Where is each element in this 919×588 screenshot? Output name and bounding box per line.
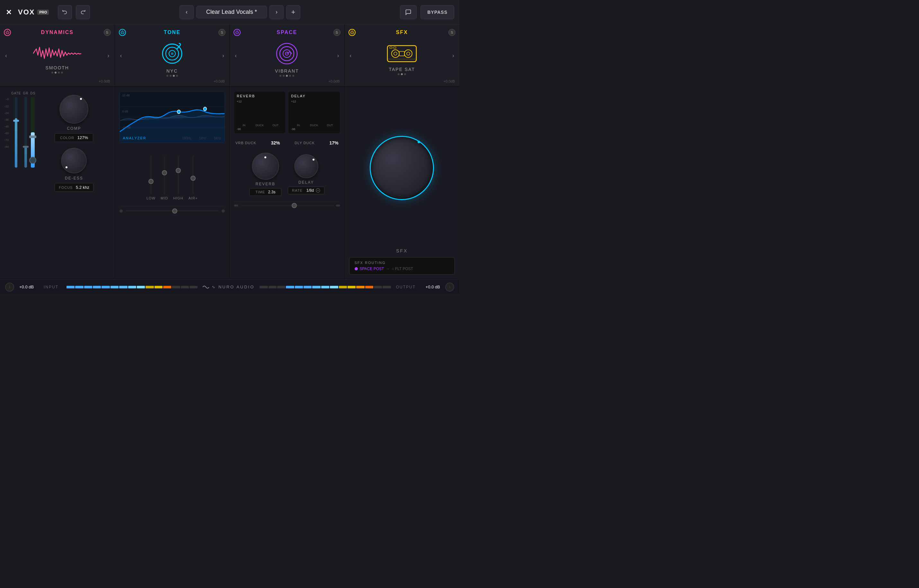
- next-preset-button[interactable]: ›: [270, 5, 284, 19]
- space-panel: REVERB +12 IN: [230, 87, 345, 279]
- space-next-button[interactable]: ›: [335, 50, 342, 61]
- svg-rect-14: [399, 52, 404, 56]
- reverb-out-col: OUT: [268, 122, 283, 127]
- reverb-duck-col: DUCK: [252, 122, 267, 127]
- bypass-button[interactable]: BYPASS: [420, 5, 454, 19]
- comment-button[interactable]: [400, 5, 417, 19]
- logo-area: ✕ VOX PRO: [5, 7, 49, 17]
- tone-power-button[interactable]: ⏻: [119, 29, 126, 36]
- preset-name-display[interactable]: Clear Lead Vocals *: [196, 6, 267, 18]
- add-preset-button[interactable]: +: [286, 5, 300, 19]
- de-ess-knob[interactable]: [61, 148, 87, 173]
- input-db-label: +0.0 dB: [19, 284, 39, 289]
- delay-meter-bars: IN DUCK: [291, 104, 337, 127]
- sfx-power-button[interactable]: ⏻: [349, 29, 355, 36]
- reverb-knob-label: REVERB: [256, 182, 275, 186]
- footer-brand: ∿ NURO AUDIO: [203, 284, 254, 289]
- dynamics-db-label: +0.0dB: [99, 79, 110, 83]
- gate-fader: GATE: [11, 92, 21, 168]
- svg-point-11: [394, 52, 397, 55]
- dly-duck-label: DLY DUCK: [294, 141, 315, 145]
- dynamics-panel: -0 -12 -24 -36 -48 -60 -72 -84 GATE G: [0, 87, 115, 279]
- sfx-routing-box: SFX ROUTING SPACE POST → ○ FLT POST: [349, 257, 455, 275]
- space-main-knobs: REVERB TIME 2.3s DELAY RATE 1/8d: [234, 153, 340, 196]
- dynamics-power-button[interactable]: ⏻: [4, 29, 11, 36]
- tone-s-button[interactable]: S: [218, 29, 226, 36]
- delay-knob[interactable]: [294, 154, 318, 178]
- sections-bottom-row: -0 -12 -24 -36 -48 -60 -72 -84 GATE G: [0, 87, 459, 279]
- space-prev-button[interactable]: ‹: [232, 50, 239, 61]
- space-io-slider: [234, 202, 340, 207]
- sfx-db-label: +0.0dB: [444, 79, 455, 83]
- high-label: HIGH: [173, 196, 183, 200]
- vrb-duck-value: 32%: [271, 141, 280, 145]
- color-value: 127%: [78, 135, 88, 140]
- air-fader-thumb[interactable]: [191, 176, 195, 181]
- svg-point-22: [204, 107, 207, 110]
- reverb-knob-col: REVERB TIME 2.3s: [249, 153, 281, 196]
- dynamics-prev-button[interactable]: ‹: [3, 50, 10, 61]
- space-end-left: [234, 205, 238, 207]
- nuro-audio-icon: [203, 285, 209, 289]
- focus-label: FOCUS: [59, 186, 73, 189]
- comp-knob[interactable]: [60, 95, 88, 124]
- analyzer-db-labels: 12 dB 0 dB -12 dB: [123, 94, 131, 129]
- tone-next-button[interactable]: ›: [220, 50, 227, 61]
- freq-label-3: 5kHz: [214, 136, 221, 140]
- color-label: COLOR: [60, 136, 74, 140]
- sfx-prev-button[interactable]: ‹: [347, 50, 354, 61]
- space-end-right: [336, 205, 340, 207]
- prev-preset-button[interactable]: ‹: [179, 5, 194, 19]
- gate-label: GATE: [11, 92, 21, 95]
- undo-button[interactable]: [58, 5, 72, 19]
- reverb-out-label: OUT: [272, 124, 278, 127]
- space-thumb[interactable]: [292, 203, 297, 208]
- high-fader: HIGH: [173, 156, 183, 200]
- routing-inactive-text: ○ FLT POST: [392, 267, 413, 271]
- space-power-button[interactable]: ⏻: [234, 29, 241, 36]
- tone-preset-icon: [159, 41, 185, 66]
- reverb-meter-bars: IN DUCK: [237, 104, 283, 127]
- input-meter-strip: [66, 286, 197, 289]
- space-s-button[interactable]: S: [333, 29, 341, 36]
- space-preset-name: VIBRANT: [275, 68, 299, 74]
- link-icon: [316, 188, 320, 193]
- dly-duck-value: 17%: [329, 141, 338, 145]
- time-label: TIME: [255, 190, 265, 194]
- svg-point-21: [177, 110, 180, 113]
- tone-input-thumb[interactable]: [172, 208, 177, 213]
- freq-label-2: 1kHz: [199, 136, 206, 140]
- space-reverb-icon: [274, 41, 300, 66]
- reverb-knob[interactable]: [252, 153, 279, 180]
- sfx-main-knob[interactable]: [370, 136, 434, 200]
- dynamics-s-button[interactable]: S: [104, 29, 111, 36]
- redo-button[interactable]: [76, 5, 90, 19]
- sfx-s-button[interactable]: S: [448, 29, 455, 36]
- de-ess-label: DE-ESS: [65, 176, 83, 181]
- svg-point-12: [404, 50, 412, 58]
- header: ✕ VOX PRO ‹ Clear Lead Vocals * › + BYPA…: [0, 0, 459, 24]
- mid-fader-thumb[interactable]: [162, 170, 167, 175]
- focus-value: 5.2 khz: [76, 185, 89, 190]
- tone-prev-button[interactable]: ‹: [118, 50, 124, 61]
- dynamics-next-button[interactable]: ›: [105, 50, 112, 61]
- reverb-in-col: IN: [237, 122, 251, 127]
- color-display: COLOR 127%: [55, 133, 93, 142]
- dynamics-dots: [52, 72, 63, 74]
- space-input-slider: [234, 205, 340, 207]
- routing-active-text: SPACE POST: [360, 267, 384, 271]
- comp-controls: COMP COLOR 127% DE-ESS FOCUS 5.2 khz: [38, 92, 110, 275]
- low-fader: LOW: [147, 156, 155, 200]
- low-fader-thumb[interactable]: [149, 179, 153, 184]
- dynamics-preset-icon: [33, 44, 81, 63]
- input-label: INPUT: [44, 285, 61, 289]
- vrb-duck-label: VRB DUCK: [236, 141, 256, 145]
- rate-label: RATE: [292, 189, 303, 192]
- sfx-next-button[interactable]: ›: [450, 50, 457, 61]
- delay-out-label: OUT: [327, 124, 333, 127]
- air-label: AIR+: [189, 196, 198, 200]
- space-db-label: +0.0dB: [328, 79, 339, 83]
- output-label: OUTPUT: [396, 285, 416, 289]
- tone-db-label: +0.0dB: [213, 79, 225, 83]
- high-fader-thumb[interactable]: [176, 168, 181, 173]
